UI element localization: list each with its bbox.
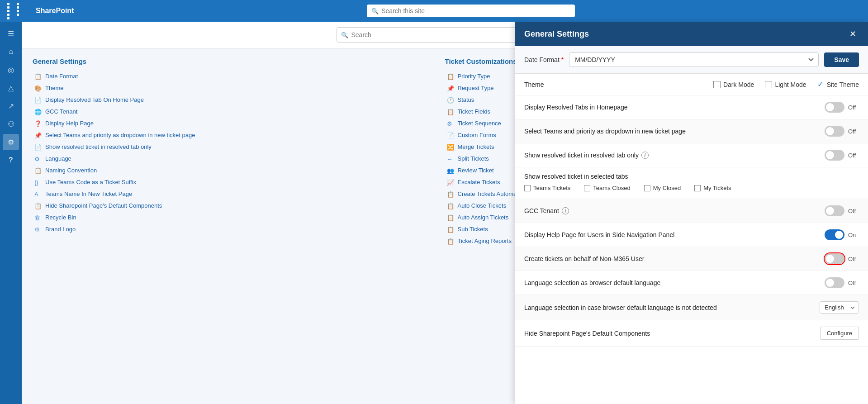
gcc-icon: 🌐 [34,109,42,115]
lang-browser-toggle-label: Off [848,280,859,286]
sub-tickets-icon: 📋 [447,226,454,233]
create-tickets-toggle[interactable] [825,253,844,264]
nav-gcc-tenant[interactable]: 🌐 GCC Tenant [33,106,434,118]
select-teams-label: Select Teams and priority as dropdown in… [524,128,825,135]
top-search-input[interactable] [367,5,575,17]
lang-dropdown-label: Language selection in case browser defau… [524,304,820,311]
merge-icon: 🔀 [447,144,454,151]
setting-create-tickets-non-m365: Create tickets on behalf of Non-M365 Use… [515,247,868,271]
display-help-toggle[interactable] [825,229,844,240]
top-search-icon: 🔍 [371,8,379,14]
resolved-tabs-section: Show resolved ticket in selected tabs Te… [515,167,868,199]
sidebar-icon-home[interactable]: ⌂ [3,43,19,60]
theme-row: Theme Dark Mode Light Mode ✓ Site Theme [515,74,868,95]
nav-language[interactable]: ⚙ Language [33,153,434,165]
panel-close-button[interactable]: ✕ [847,28,859,40]
resolved-tabs-label: Show resolved ticket in selected tabs [524,173,859,180]
top-bar: SharePoint 🔍 [0,0,868,22]
display-resolved-label: Display Resolved Tabs in Homepage [524,104,825,111]
general-settings-nav: General Settings 📋 Date Format 🎨 Theme 📄… [33,57,445,395]
nav-display-resolved[interactable]: 📄 Display Resolved Tab On Home Page [33,94,434,106]
language-select[interactable]: English French Spanish German [820,301,859,314]
teams-closed-label: Teams Closed [593,185,630,191]
sidebar-icon-users[interactable]: ⚇ [3,116,19,132]
show-resolved-toggle-group: Off [825,150,859,161]
dark-mode-option[interactable]: Dark Mode [713,81,754,88]
custom-forms-icon: 📄 [447,132,454,139]
general-settings-title: General Settings [33,57,434,65]
teams-tickets-checkbox[interactable] [524,185,531,191]
gcc-tenant-info-icon: i [562,207,569,214]
gcc-tenant-toggle-label: Off [848,208,859,214]
ticket-fields-icon: 📋 [447,109,454,115]
my-closed-checkbox[interactable] [644,185,650,191]
nav-brand-logo[interactable]: ⚙ Brand Logo [33,223,434,235]
panel-date-format-row: Date Format * MM/DD/YYYY DD/MM/YYYY YYYY… [515,46,868,74]
my-closed-option[interactable]: My Closed [644,185,681,191]
site-theme-check-icon: ✓ [817,80,823,89]
nav-select-teams[interactable]: 📌 Select Teams and priority as dropdown … [33,129,434,141]
my-tickets-option[interactable]: My Tickets [694,185,731,191]
select-teams-toggle[interactable] [825,126,844,137]
nav-show-resolved[interactable]: 📄 Show resolved ticket in resolved tab o… [33,141,434,153]
show-resolved-info-icon: i [641,152,649,159]
configure-button[interactable]: Configure [820,327,859,340]
setting-hide-sharepoint: Hide Sharepoint Page's Default Component… [515,320,868,347]
nav-hide-sharepoint[interactable]: 📋 Hide Sharepoint Page's Default Compone… [33,200,434,212]
my-tickets-checkbox[interactable] [694,185,701,191]
dark-mode-label: Dark Mode [723,81,754,88]
status-icon: 🕐 [447,97,454,104]
panel-title: General Settings [524,29,589,39]
resolved-checkboxes: Teams Tickets Teams Closed My Closed My … [524,185,859,196]
teams-name-icon: A [34,191,42,198]
resolved-icon: 📄 [34,144,42,151]
teams-closed-checkbox[interactable] [584,185,590,191]
nav-date-format[interactable]: 📋 Date Format [33,71,434,82]
main-layout: ☰ ⌂ ◎ △ ↗ ⚇ ⚙ ? 🔍 General Settings 📋 Dat… [0,22,868,404]
theme-options: Dark Mode Light Mode ✓ Site Theme [579,80,859,89]
aging-icon: 📋 [447,238,454,245]
sidebar-icon-alert[interactable]: △ [3,80,19,96]
sidebar-icon-globe[interactable]: ◎ [3,62,19,78]
display-resolved-toggle-label: Off [848,104,859,111]
sidebar-icon-menu[interactable]: ☰ [3,25,19,42]
recycle-icon: 🗑 [34,214,42,221]
create-tickets-toggle-label: Off [848,256,859,262]
save-button[interactable]: Save [824,52,859,67]
app-grid-icon[interactable] [7,3,25,19]
date-format-select[interactable]: MM/DD/YYYY DD/MM/YYYY YYYY/MM/DD [569,52,819,67]
light-mode-label: Light Mode [775,81,806,88]
review-icon: 👥 [447,167,454,174]
light-mode-checkbox[interactable] [765,81,772,88]
auto-assign-icon: 📋 [447,214,454,221]
create-tickets-toggle-group: Off [825,253,859,264]
nav-teams-name[interactable]: A Teams Name In New Ticket Page [33,188,434,200]
my-tickets-label: My Tickets [703,185,731,191]
sidebar-icon-help[interactable]: ? [3,152,19,168]
nav-naming-convention[interactable]: 📋 Naming Convention [33,165,434,176]
nav-display-help[interactable]: ❓ Display Help Page [33,118,434,129]
priority-icon: 📋 [447,73,454,80]
sidebar-icon-chart[interactable]: ↗ [3,98,19,114]
sidebar-icon-settings[interactable]: ⚙ [3,134,19,150]
light-mode-option[interactable]: Light Mode [765,81,806,88]
site-theme-option[interactable]: ✓ Site Theme [817,80,859,89]
teams-tickets-option[interactable]: Teams Tickets [524,185,570,191]
show-resolved-toggle-label: Off [848,152,859,159]
display-help-label: Display Help Page for Users in Side Navi… [524,231,825,238]
lang-browser-toggle[interactable] [825,277,844,288]
select-teams-toggle-group: Off [825,126,859,137]
teams-tickets-label: Teams Tickets [533,185,570,191]
request-icon: 📌 [447,85,454,92]
display-resolved-toggle-group: Off [825,102,859,113]
gcc-tenant-toggle[interactable] [825,205,844,216]
nav-teams-code[interactable]: {} Use Teams Code as a Ticket Suffix [33,176,434,188]
display-resolved-toggle[interactable] [825,102,844,113]
top-search-bar: 🔍 [367,5,575,17]
display-resolved-icon: 📄 [34,97,42,104]
teams-closed-option[interactable]: Teams Closed [584,185,630,191]
nav-theme[interactable]: 🎨 Theme [33,82,434,94]
dark-mode-checkbox[interactable] [713,81,721,88]
show-resolved-toggle[interactable] [825,150,844,161]
nav-recycle-bin[interactable]: 🗑 Recycle Bin [33,212,434,223]
